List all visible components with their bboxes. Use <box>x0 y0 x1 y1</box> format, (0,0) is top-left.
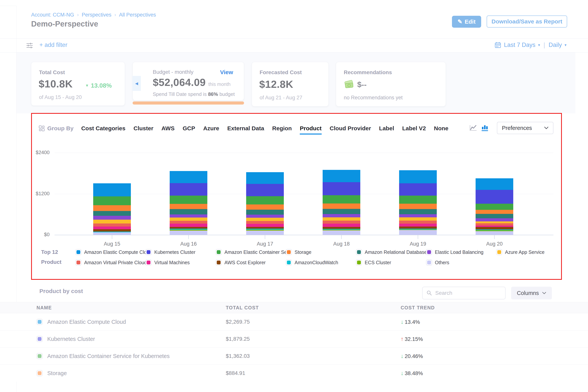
bar-segment[interactable] <box>399 220 437 224</box>
bar-segment[interactable] <box>93 196 131 205</box>
bar-segment[interactable] <box>93 229 131 232</box>
bar-segment[interactable] <box>170 230 207 235</box>
bar-segment[interactable] <box>323 209 360 214</box>
chevron-down-icon[interactable]: ▾ <box>538 43 540 47</box>
breadcrumb-account[interactable]: Account: CCM-NG <box>31 12 74 18</box>
bar-segment[interactable] <box>476 178 513 190</box>
legend-item[interactable]: Kubernetes Cluster <box>146 249 216 255</box>
bar-segment[interactable] <box>170 214 207 218</box>
bar-segment[interactable] <box>476 214 513 218</box>
bar-segment[interactable] <box>93 211 131 216</box>
bar-segment[interactable] <box>476 223 513 226</box>
bar-segment[interactable] <box>476 210 513 214</box>
bar-segment[interactable] <box>399 214 437 217</box>
bar-segment[interactable] <box>170 229 207 230</box>
stacked-bar-aug-19[interactable] <box>399 170 437 235</box>
bar-segment[interactable] <box>246 230 284 230</box>
bar-segment[interactable] <box>399 209 437 214</box>
table-row[interactable]: Amazon Elastic Compute Cloud$2,269.75↓13… <box>0 314 588 330</box>
legend-item[interactable]: Amazon Elastic Container Se... <box>216 249 286 255</box>
bar-segment[interactable] <box>323 214 360 217</box>
legend-item[interactable]: Virtual Machines <box>146 260 216 266</box>
columns-button[interactable]: Columns <box>511 287 552 300</box>
row-name[interactable]: Amazon Elastic Container Service for Kub… <box>47 348 170 364</box>
bar-segment[interactable] <box>323 227 360 229</box>
bar-segment[interactable] <box>476 204 513 210</box>
bar-segment[interactable] <box>246 229 284 230</box>
breadcrumb-all-perspectives[interactable]: All Perspectives <box>119 12 156 18</box>
stacked-bar-aug-17[interactable] <box>246 172 284 235</box>
bar-segment[interactable] <box>246 184 284 196</box>
table-row[interactable]: Kubernetes Cluster$1,879.25↑32.15% <box>0 330 588 348</box>
bar-segment[interactable] <box>323 220 360 224</box>
legend-item[interactable]: AWS Cost Explorer <box>216 260 286 266</box>
budget-view-link[interactable]: View <box>220 69 233 76</box>
chevron-down-icon[interactable]: ▾ <box>564 43 566 47</box>
bar-segment[interactable] <box>93 226 131 229</box>
legend-item[interactable]: Amazon Relational Database ... <box>356 249 426 255</box>
search-input[interactable] <box>435 290 499 296</box>
stacked-bar-aug-15[interactable] <box>93 183 131 235</box>
collapse-left-arrow[interactable]: ◀ <box>132 76 141 91</box>
bar-segment[interactable] <box>323 217 360 220</box>
bar-segment[interactable] <box>399 183 437 196</box>
stacked-bar-aug-18[interactable] <box>323 170 360 235</box>
bar-segment[interactable] <box>476 226 513 227</box>
row-name[interactable]: Storage <box>47 365 67 382</box>
column-header-name[interactable]: NAME <box>36 302 52 313</box>
bar-segment[interactable] <box>170 204 207 209</box>
bar-segment[interactable] <box>246 221 284 224</box>
column-header-total-cost[interactable]: TOTAL COST <box>226 302 259 313</box>
bar-segment[interactable] <box>246 204 284 210</box>
bar-segment[interactable] <box>170 183 207 196</box>
bar-segment[interactable] <box>476 218 513 221</box>
bar-segment[interactable] <box>93 183 131 196</box>
table-row[interactable]: Amazon Elastic Container Service for Kub… <box>0 348 588 365</box>
bar-segment[interactable] <box>170 209 207 214</box>
bar-segment[interactable] <box>246 210 284 215</box>
bar-segment[interactable] <box>476 227 513 230</box>
bar-segment[interactable] <box>323 204 360 209</box>
date-range-value[interactable]: Last 7 Days <box>504 42 535 48</box>
bar-segment[interactable] <box>399 226 437 229</box>
bar-segment[interactable] <box>170 218 207 221</box>
bar-segment[interactable] <box>93 232 131 232</box>
bar-segment[interactable] <box>399 230 437 230</box>
edit-button[interactable]: ✎ Edit <box>452 16 481 28</box>
bar-segment[interactable] <box>476 221 513 223</box>
row-name[interactable]: Kubernetes Cluster <box>47 330 95 348</box>
bar-segment[interactable] <box>323 195 360 204</box>
breadcrumb-perspectives[interactable]: Perspectives <box>82 12 112 18</box>
row-name[interactable]: Amazon Elastic Compute Cloud <box>47 314 126 330</box>
bar-segment[interactable] <box>399 224 437 226</box>
bar-segment[interactable] <box>323 229 360 230</box>
bar-segment[interactable] <box>323 224 360 227</box>
bar-segment[interactable] <box>476 231 513 235</box>
legend-item[interactable]: Amazon Elastic Compute Clo... <box>75 249 146 255</box>
bar-segment[interactable] <box>170 171 207 183</box>
column-header-cost-trend[interactable]: COST TREND <box>401 302 435 313</box>
download-save-report-button[interactable]: Download/Save as Report <box>486 15 567 28</box>
legend-item[interactable]: ECS Cluster <box>356 260 426 266</box>
bar-segment[interactable] <box>323 230 360 235</box>
bar-segment[interactable] <box>170 196 207 204</box>
bar-segment[interactable] <box>476 230 513 230</box>
bar-segment[interactable] <box>246 196 284 204</box>
bar-segment[interactable] <box>476 190 513 204</box>
bar-segment[interactable] <box>399 196 437 204</box>
legend-item[interactable]: Others <box>426 260 496 266</box>
bar-segment[interactable] <box>399 217 437 220</box>
bar-segment[interactable] <box>93 220 131 224</box>
bar-segment[interactable] <box>170 227 207 229</box>
bar-segment[interactable] <box>399 230 437 235</box>
bar-segment[interactable] <box>246 230 284 235</box>
bar-segment[interactable] <box>246 172 284 184</box>
bar-segment[interactable] <box>93 232 131 235</box>
stacked-bar-aug-20[interactable] <box>476 178 513 235</box>
filter-sliders-icon[interactable] <box>26 42 34 50</box>
bar-segment[interactable] <box>93 224 131 227</box>
bar-segment[interactable] <box>246 227 284 229</box>
bar-segment[interactable] <box>93 216 131 220</box>
legend-item[interactable]: Amazon Virtual Private Cloud <box>75 260 146 266</box>
bar-segment[interactable] <box>476 230 513 231</box>
